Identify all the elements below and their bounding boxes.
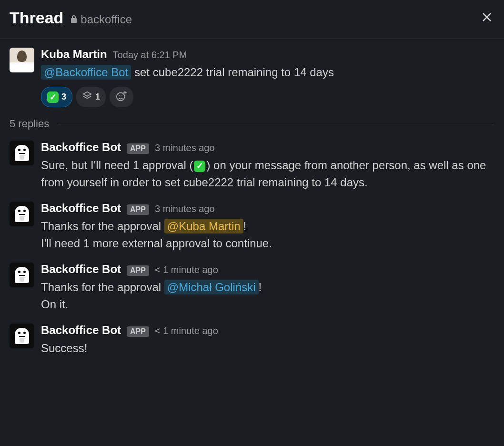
reply-message: Backoffice Bot APP < 1 minute ago Thanks… — [10, 263, 494, 313]
reply-message: Backoffice Bot APP 3 minutes ago Sure, b… — [10, 141, 494, 191]
ghost-icon — [15, 206, 29, 222]
ghost-icon — [15, 328, 29, 344]
bot-mention[interactable]: @Backoffice Bot — [41, 65, 131, 80]
divider-line — [58, 124, 494, 124]
text-prefix: Thanks for the approval — [41, 281, 164, 294]
message-text: Thanks for the approval @Michał Goliński… — [41, 279, 494, 313]
message-header: Backoffice Bot APP 3 minutes ago — [41, 141, 494, 154]
reaction-check[interactable]: ✓ 3 — [41, 87, 72, 107]
replies-count: 5 replies — [10, 118, 49, 130]
stack-icon — [82, 91, 92, 103]
message-timestamp[interactable]: 3 minutes ago — [155, 142, 215, 153]
svg-marker-2 — [83, 92, 91, 96]
ghost-icon — [15, 145, 29, 161]
avatar[interactable] — [10, 202, 34, 226]
thread-content: Kuba Martin Today at 6:21 PM @Backoffice… — [0, 39, 504, 357]
message-body: Backoffice Bot APP 3 minutes ago Sure, b… — [41, 141, 494, 191]
close-icon — [481, 17, 493, 24]
message-text: Success! — [41, 340, 494, 357]
user-mention[interactable]: @Michał Goliński — [164, 280, 259, 294]
author-name[interactable]: Backoffice Bot — [41, 141, 121, 154]
avatar[interactable] — [10, 263, 34, 287]
channel-name: backoffice — [81, 13, 132, 26]
avatar[interactable] — [10, 48, 34, 72]
author-name[interactable]: Kuba Martin — [41, 48, 107, 61]
app-badge: APP — [127, 265, 149, 276]
message-timestamp[interactable]: < 1 minute ago — [155, 264, 218, 275]
channel-indicator[interactable]: backoffice — [70, 13, 132, 26]
add-reaction-button[interactable] — [110, 87, 133, 107]
lock-icon — [70, 13, 78, 26]
text-suffix: ! — [259, 281, 262, 294]
message-header: Backoffice Bot APP < 1 minute ago — [41, 324, 494, 337]
check-mark-icon: ✓ — [47, 91, 59, 103]
message-timestamp[interactable]: Today at 6:21 PM — [113, 50, 187, 61]
author-name[interactable]: Backoffice Bot — [41, 324, 121, 337]
check-mark-icon: ✓ — [194, 161, 205, 172]
reaction-stack[interactable]: 1 — [76, 87, 106, 107]
close-button[interactable] — [479, 10, 494, 26]
message-text: @Backoffice Bot set cube2222 trial remai… — [41, 64, 494, 81]
message-timestamp[interactable]: < 1 minute ago — [155, 325, 218, 336]
svg-point-3 — [117, 93, 125, 101]
text-prefix: Thanks for the approval — [41, 220, 164, 233]
message-text-rest: set cube2222 trial remaining to 14 days — [131, 66, 334, 79]
svg-point-4 — [119, 95, 120, 96]
reply-message: Backoffice Bot APP 3 minutes ago Thanks … — [10, 202, 494, 252]
message-text: Thanks for the approval @Kuba Martin! I'… — [41, 218, 494, 252]
reaction-count: 1 — [95, 92, 100, 102]
reaction-count: 3 — [61, 92, 66, 102]
text-line2: On it. — [41, 298, 68, 311]
message-text: Sure, but I'll need 1 approval (✓) on yo… — [41, 157, 494, 191]
text-line2: I'll need 1 more external approval to co… — [41, 237, 272, 250]
app-badge: APP — [127, 326, 149, 337]
reply-message: Backoffice Bot APP < 1 minute ago Succes… — [10, 324, 494, 357]
app-badge: APP — [127, 143, 149, 154]
thread-header: Thread backoffice — [0, 0, 504, 39]
author-name[interactable]: Backoffice Bot — [41, 263, 121, 276]
replies-divider: 5 replies — [10, 118, 494, 130]
user-mention[interactable]: @Kuba Martin — [164, 219, 243, 233]
ghost-icon — [15, 267, 29, 283]
message-header: Backoffice Bot APP < 1 minute ago — [41, 263, 494, 276]
svg-point-5 — [121, 95, 122, 96]
message-body: Kuba Martin Today at 6:21 PM @Backoffice… — [41, 48, 494, 107]
text-suffix: ! — [243, 220, 247, 233]
original-message: Kuba Martin Today at 6:21 PM @Backoffice… — [10, 48, 494, 107]
author-name[interactable]: Backoffice Bot — [41, 202, 121, 215]
app-badge: APP — [127, 204, 149, 215]
message-header: Backoffice Bot APP 3 minutes ago — [41, 202, 494, 215]
thread-title: Thread — [10, 9, 63, 27]
text-before: Sure, but I'll need 1 approval ( — [41, 159, 193, 172]
avatar[interactable] — [10, 141, 34, 165]
reactions-bar: ✓ 3 1 — [41, 87, 494, 107]
message-body: Backoffice Bot APP < 1 minute ago Succes… — [41, 324, 494, 357]
header-left: Thread backoffice — [10, 9, 132, 27]
message-body: Backoffice Bot APP < 1 minute ago Thanks… — [41, 263, 494, 313]
add-reaction-icon — [115, 90, 128, 104]
avatar[interactable] — [10, 324, 34, 348]
message-body: Backoffice Bot APP 3 minutes ago Thanks … — [41, 202, 494, 252]
message-header: Kuba Martin Today at 6:21 PM — [41, 48, 494, 61]
message-timestamp[interactable]: 3 minutes ago — [155, 203, 215, 214]
